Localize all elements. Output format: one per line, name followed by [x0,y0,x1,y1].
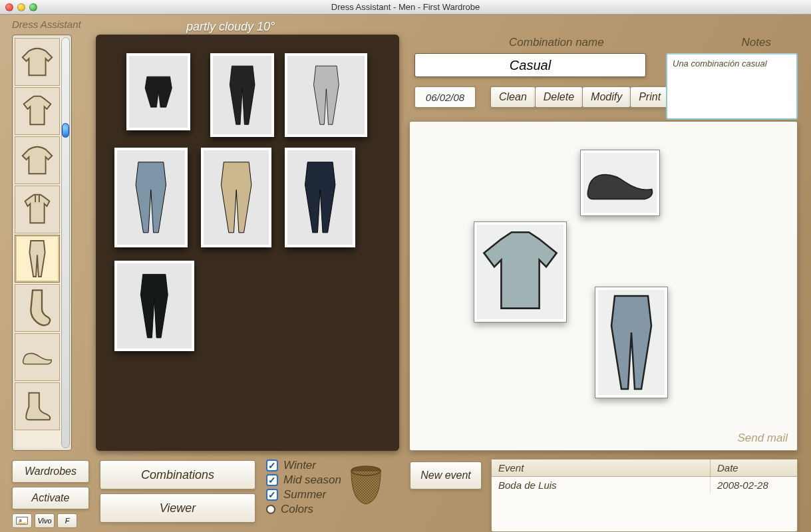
category-sidebar [12,35,72,451]
outfit-canvas[interactable]: Send mail [409,121,798,451]
send-mail-link[interactable]: Send mail [737,432,788,445]
checkbox-icon [266,474,278,486]
vivo-mini-button[interactable]: Vivo [35,513,55,528]
category-polo[interactable] [15,186,60,233]
titlebar: Dress Assistant - Men - First Wardrobe [0,0,811,15]
amazon-mini-button[interactable]: a [12,513,32,528]
close-window-button[interactable] [5,3,13,11]
sidebar-scrollbar[interactable] [61,37,70,448]
category-shirt[interactable] [15,87,60,135]
event-name: Boda de Luis [492,477,711,493]
svg-text:a: a [19,517,22,523]
catalog-item-shorts-black[interactable] [126,53,190,130]
checkbox-icon [266,489,278,501]
modify-button[interactable]: Modify [582,86,631,108]
window-title: Dress Assistant - Men - First Wardrobe [0,2,811,12]
radio-icon [266,505,275,514]
combination-name-input[interactable] [414,53,646,77]
trash-icon[interactable] [346,464,386,505]
catalog-panel [96,35,399,451]
category-boots[interactable] [15,382,60,430]
catalog-item-jeans-blue[interactable] [114,148,188,247]
socks-icon [21,289,54,327]
catalog-item-pants-dark[interactable] [114,261,194,351]
combinations-button[interactable]: Combinations [100,460,255,489]
filter-winter[interactable]: Winter [266,459,341,472]
events-header-date: Date [711,460,797,476]
category-sweater[interactable] [15,38,60,86]
notes-label: Notes [742,36,771,49]
filter-summer[interactable]: Summer [266,488,341,501]
shirt-icon [21,92,54,130]
category-socks[interactable] [15,284,60,332]
delete-button[interactable]: Delete [535,86,583,108]
catalog-item-cargo-grey[interactable] [285,53,367,137]
activate-button[interactable]: Activate [12,487,89,509]
notes-textarea[interactable]: Una combinación casual [666,53,798,120]
zoom-window-button[interactable] [29,3,37,11]
events-table: Event Date Boda de Luis2008-02-28 [491,459,798,532]
filter-colors[interactable]: Colors [266,503,341,516]
clean-button[interactable]: Clean [490,86,536,108]
event-date: 2008-02-28 [711,477,797,493]
shoes-icon [21,338,54,376]
polo-icon [21,190,54,229]
f-mini-button[interactable]: F [57,513,77,528]
new-event-button[interactable]: New event [410,462,482,489]
category-shoes[interactable] [15,333,60,381]
catalog-item-khaki-pants[interactable] [201,148,271,247]
outfit-item-dress-jeans[interactable] [595,287,668,398]
outfit-item-dress-shirt[interactable] [474,221,567,323]
outfit-item-dress-shoes[interactable] [580,150,660,216]
print-button[interactable]: Print [630,86,669,108]
boots-icon [21,387,54,426]
event-row[interactable]: Boda de Luis2008-02-28 [492,477,797,493]
category-longsleeve[interactable] [15,136,60,184]
category-pants[interactable] [15,235,60,283]
events-header-event: Event [492,460,711,476]
filter-midseason[interactable]: Mid season [266,473,341,487]
sweater-icon [21,43,54,81]
pants-icon [21,239,54,278]
catalog-item-jeans-dark[interactable] [285,148,355,247]
combination-date[interactable]: 06/02/08 [414,86,476,108]
longsleeve-icon [21,141,54,180]
minimize-window-button[interactable] [17,3,25,11]
checkbox-icon [266,460,278,471]
app-name-label: Dress Assistant [12,19,81,30]
catalog-item-pants-black[interactable] [210,53,274,137]
viewer-button[interactable]: Viewer [100,493,255,523]
combination-name-label: Combination name [509,36,604,49]
wardrobes-button[interactable]: Wardrobes [12,460,89,483]
sidebar-scroll-thumb[interactable] [62,123,69,138]
weather-label: partly cloudy 10° [186,20,275,34]
